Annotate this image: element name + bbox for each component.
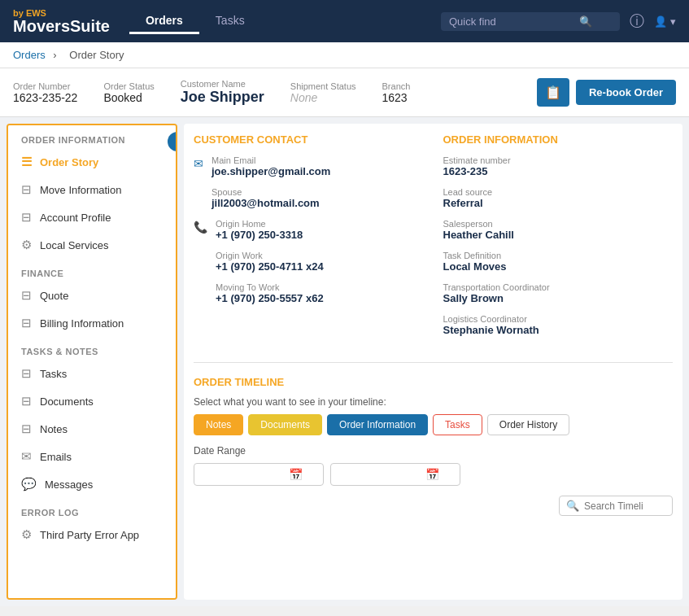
customer-contact-section: CUSTOMER CONTACT ✉ Main Email joe.shippe… (194, 133, 424, 346)
sidebar-item-account-profile[interactable]: ⊟ Account Profile (8, 203, 176, 231)
clipboard-button[interactable]: 📋 (537, 78, 569, 107)
account-profile-icon: ⊟ (21, 210, 32, 225)
sidebar: ‹ ORDER INFORMATION ☰ Order Story ⊟ Move… (7, 124, 177, 600)
quote-icon: ⊟ (21, 288, 32, 303)
contact-origin-home: 📞 Origin Home +1 (970) 250-3318 (194, 219, 424, 241)
app-logo: by EWS MoversSuite (13, 9, 110, 34)
customer-contact-title: CUSTOMER CONTACT (194, 133, 424, 146)
search-timeline-input[interactable] (584, 500, 665, 512)
logo-main: MoversSuite (13, 18, 110, 34)
origin-home-label: Origin Home (216, 219, 303, 229)
logo-sub: by EWS (13, 9, 110, 18)
shipment-status-field: Shipment Status None (290, 81, 356, 104)
main-content: CUSTOMER CONTACT ✉ Main Email joe.shippe… (184, 124, 682, 600)
search-area: 🔍 ⓘ 👤 ▾ (441, 11, 676, 31)
timeline-select-label: Select what you want to see in your time… (194, 396, 673, 408)
filter-tasks-button[interactable]: Tasks (433, 414, 482, 435)
date-to-input[interactable]: 📅 (330, 463, 460, 486)
salesperson-label: Salesperson (443, 219, 674, 229)
filter-documents-button[interactable]: Documents (248, 414, 322, 435)
shipment-status-value: None (290, 91, 356, 104)
date-from-field[interactable] (201, 469, 282, 480)
rebook-order-button[interactable]: Re-book Order (576, 80, 676, 105)
sidebar-item-move-information[interactable]: ⊟ Move Information (8, 176, 176, 203)
email-icon: ✉ (194, 157, 203, 170)
main-layout: ‹ ORDER INFORMATION ☰ Order Story ⊟ Move… (0, 117, 689, 606)
sidebar-label-tasks: Tasks (40, 368, 67, 380)
order-status-field: Order Status Booked (103, 81, 154, 104)
order-info-task-def: Task Definition Local Moves (443, 251, 674, 273)
logistics-coord-value: Stephanie Wornath (443, 324, 674, 336)
nav-tasks[interactable]: Tasks (199, 9, 261, 34)
sidebar-label-order-story: Order Story (40, 156, 98, 168)
order-info-salesperson: Salesperson Heather Cahill (443, 219, 674, 241)
branch-label: Branch (382, 81, 411, 91)
moving-to-work-label: Moving To Work (216, 282, 324, 292)
nav-orders[interactable]: Orders (129, 9, 199, 34)
main-email-label: Main Email (211, 155, 330, 165)
billing-icon: ⊟ (21, 316, 32, 330)
breadcrumb-parent[interactable]: Orders (13, 49, 46, 61)
sidebar-item-billing-information[interactable]: ⊟ Billing Information (8, 309, 176, 337)
contact-origin-work: 📞 Origin Work +1 (970) 250-4711 x24 (194, 251, 424, 273)
transport-coord-label: Transportation Coordinator (443, 282, 674, 292)
sidebar-item-quote[interactable]: ⊟ Quote (8, 282, 176, 309)
search-input[interactable] (449, 15, 579, 28)
lead-source-label: Lead source (443, 187, 674, 197)
info-icon[interactable]: ⓘ (630, 11, 644, 31)
calendar-from-icon: 📅 (289, 468, 303, 481)
section-label-finance: FINANCE (8, 259, 176, 282)
sidebar-item-third-party-error[interactable]: ⚙ Third Party Error App (8, 521, 176, 548)
sidebar-item-order-story[interactable]: ☰ Order Story (8, 148, 176, 176)
filter-notes-button[interactable]: Notes (194, 414, 243, 435)
sidebar-label-emails: Emails (40, 451, 72, 463)
sidebar-item-emails[interactable]: ✉ Emails (8, 443, 176, 470)
origin-work-value: +1 (970) 250-4711 x24 (216, 260, 324, 273)
contact-main-email: ✉ Main Email joe.shipper@gmail.com (194, 155, 424, 177)
date-from-input[interactable]: 📅 (194, 463, 324, 486)
sidebar-item-messages[interactable]: 💬 Messages (8, 470, 176, 498)
search-icon: 🔍 (579, 15, 592, 28)
estimate-label: Estimate number (443, 155, 674, 165)
user-area[interactable]: 👤 ▾ (654, 15, 676, 28)
sidebar-label-billing-information: Billing Information (40, 317, 124, 330)
sidebar-section-error-log: ERROR LOG ⚙ Third Party Error App (8, 498, 176, 548)
sidebar-label-quote: Quote (40, 290, 68, 302)
order-info-transport-coord: Transportation Coordinator Sally Brown (443, 282, 674, 304)
search-timeline-icon: 🔍 (566, 500, 579, 512)
search-box[interactable]: 🔍 (441, 12, 620, 31)
order-info-estimate: Estimate number 1623-235 (443, 155, 674, 177)
sidebar-label-move-information: Move Information (40, 184, 121, 196)
move-info-icon: ⊟ (21, 182, 32, 197)
filter-order-info-button[interactable]: Order Information (327, 414, 428, 435)
sidebar-item-local-services[interactable]: ⚙ Local Services (8, 231, 176, 259)
customer-name-label: Customer Name (181, 79, 264, 89)
header-bar: Order Number 1623-235-22 Order Status Bo… (0, 68, 689, 117)
order-number-field: Order Number 1623-235-22 (13, 81, 77, 104)
origin-work-label: Origin Work (216, 251, 324, 260)
notes-icon: ⊟ (21, 422, 32, 436)
tasks-icon: ⊟ (21, 366, 32, 381)
section-label-tasks-notes: TASKS & NOTES (8, 337, 176, 360)
origin-work-icon: 📞 (194, 252, 207, 265)
order-number-label: Order Number (13, 81, 77, 91)
filter-order-history-button[interactable]: Order History (487, 414, 569, 435)
sidebar-label-notes: Notes (40, 423, 68, 435)
moving-work-icon: 📞 (194, 284, 207, 297)
breadcrumb-current: Order Story (69, 49, 124, 61)
sidebar-section-finance: FINANCE ⊟ Quote ⊟ Billing Information (8, 259, 176, 337)
sidebar-item-tasks[interactable]: ⊟ Tasks (8, 360, 176, 387)
order-info-section: ORDER INFORMATION Estimate number 1623-2… (443, 133, 674, 346)
search-timeline-box[interactable]: 🔍 (559, 496, 673, 516)
messages-icon: 💬 (21, 477, 37, 491)
calendar-to-icon: 📅 (425, 468, 439, 481)
section-label-order-info: ORDER INFORMATION (8, 125, 176, 148)
transport-coord-value: Sally Brown (443, 292, 674, 304)
top-nav: by EWS MoversSuite Orders Tasks 🔍 ⓘ 👤 ▾ (0, 0, 689, 42)
date-to-field[interactable] (338, 469, 419, 480)
phone-icon: 📞 (194, 221, 207, 234)
sidebar-item-notes[interactable]: ⊟ Notes (8, 415, 176, 443)
sidebar-item-documents[interactable]: ⊟ Documents (8, 387, 176, 415)
order-status-label: Order Status (103, 81, 154, 91)
order-info-lead-source: Lead source Referral (443, 187, 674, 209)
